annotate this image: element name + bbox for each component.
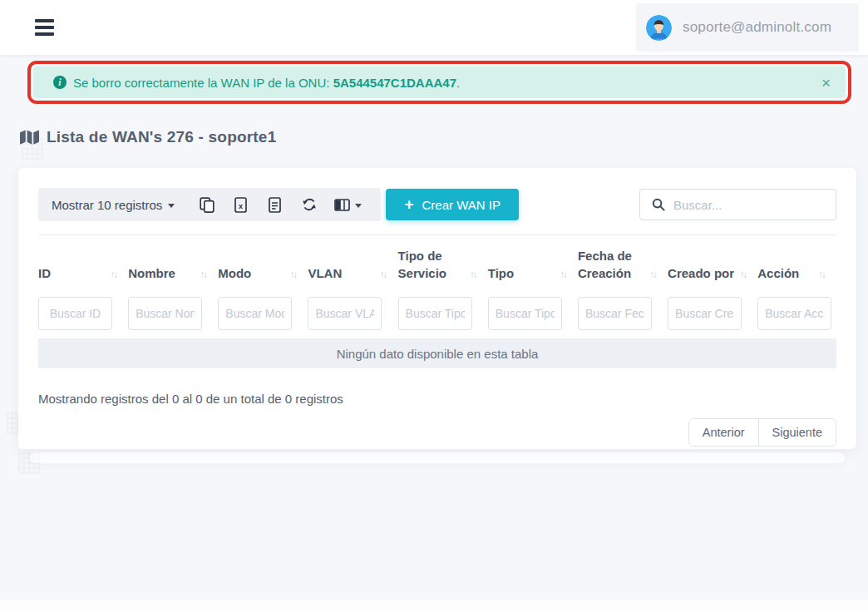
- filter-input-fecha-de-creacion[interactable]: [578, 297, 652, 330]
- column-header-fecha-de-creacion[interactable]: Fecha de Creación↑↓: [578, 247, 668, 282]
- top-navbar: soporte@adminolt.com: [0, 0, 868, 55]
- sort-icon[interactable]: ↑↓: [470, 269, 476, 282]
- svg-text:x: x: [239, 201, 243, 210]
- sort-icon[interactable]: ↑↓: [290, 269, 297, 282]
- table-search[interactable]: [639, 189, 836, 220]
- sort-icon[interactable]: ↑↓: [380, 269, 387, 282]
- pagination: Anterior Siguiente: [38, 418, 836, 447]
- table-toolbar: Mostrar 10 registros x: [38, 188, 836, 221]
- search-icon: [652, 198, 665, 211]
- menu-toggle-icon[interactable]: [35, 19, 54, 36]
- file-excel-icon: x: [234, 197, 247, 213]
- avatar: [646, 15, 672, 41]
- user-menu[interactable]: soporte@adminolt.com: [636, 3, 859, 52]
- user-email: soporte@adminolt.com: [683, 19, 831, 36]
- sort-icon[interactable]: ↑↓: [818, 269, 825, 282]
- search-input[interactable]: [673, 198, 827, 212]
- info-icon: i: [53, 76, 67, 89]
- plus-icon: +: [404, 196, 413, 212]
- column-header-tipo[interactable]: Tipo↑↓: [488, 264, 578, 282]
- chevron-down-icon: [355, 204, 362, 208]
- table-header-row: ID↑↓Nombre↑↓Modo↑↓VLAN↑↓Tipo de Servicio…: [38, 235, 836, 295]
- column-label: VLAN: [308, 264, 342, 282]
- refresh-icon: [302, 197, 317, 212]
- alert-message-text: Se borro correctamente la WAN IP de la O…: [73, 76, 333, 90]
- page-content: i Se borro correctamente la WAN IP de la…: [0, 55, 868, 612]
- export-file-button[interactable]: [258, 188, 292, 221]
- sort-icon[interactable]: ↑↓: [650, 269, 657, 282]
- refresh-button[interactable]: [292, 188, 326, 221]
- column-header-tipo-de-servicio[interactable]: Tipo de Servicio↑↓: [398, 247, 488, 282]
- close-icon[interactable]: ×: [821, 75, 831, 91]
- page-length-label: Mostrar 10 registros: [52, 198, 162, 212]
- card-shadow-decoration: [30, 452, 845, 463]
- table-columns-icon: [334, 199, 350, 211]
- wan-table: ID↑↓Nombre↑↓Modo↑↓VLAN↑↓Tipo de Servicio…: [38, 234, 836, 368]
- wan-list-card: Mostrar 10 registros x: [18, 168, 856, 449]
- filter-input-tipo[interactable]: [488, 297, 562, 330]
- table-tools-group: Mostrar 10 registros x: [38, 188, 381, 221]
- alert-message: Se borro correctamente la WAN IP de la O…: [73, 76, 460, 90]
- column-header-id[interactable]: ID↑↓: [38, 264, 128, 282]
- page-title-row: Lista de WAN's 276 - soporte1: [20, 128, 276, 146]
- column-label: ID: [38, 264, 51, 282]
- column-header-creado-por[interactable]: Creado por↑↓: [668, 264, 757, 282]
- column-label: Modo: [218, 264, 251, 282]
- column-label: Acción: [757, 264, 799, 282]
- column-header-vlan[interactable]: VLAN↑↓: [308, 264, 397, 282]
- previous-page-button[interactable]: Anterior: [689, 419, 759, 446]
- filter-input-tipo-de-servicio[interactable]: [398, 297, 472, 330]
- alert-onu-serial: 5A544547C1DAAA47: [333, 76, 456, 90]
- filter-input-id[interactable]: [38, 297, 112, 330]
- filter-input-modo[interactable]: [218, 297, 292, 330]
- column-label: Nombre: [128, 264, 175, 282]
- pagination-group: Anterior Siguiente: [688, 418, 836, 447]
- column-header-nombre[interactable]: Nombre↑↓: [128, 264, 218, 282]
- create-wan-ip-label: Crear WAN IP: [422, 198, 500, 212]
- filter-input-accion[interactable]: [757, 297, 831, 330]
- success-alert: i Se borro correctamente la WAN IP de la…: [33, 67, 846, 98]
- empty-table-message: Ningún dato disponible en esta tabla: [38, 338, 836, 368]
- column-header-modo[interactable]: Modo↑↓: [218, 264, 308, 282]
- filter-input-nombre[interactable]: [128, 297, 202, 330]
- file-text-icon: [269, 197, 281, 213]
- sort-icon[interactable]: ↑↓: [740, 269, 747, 282]
- alert-message-period: .: [456, 76, 460, 90]
- sort-icon[interactable]: ↑↓: [200, 269, 207, 282]
- column-visibility-button[interactable]: [326, 188, 369, 221]
- next-page-button[interactable]: Siguiente: [759, 419, 836, 446]
- create-wan-ip-button[interactable]: + Crear WAN IP: [386, 189, 519, 220]
- page-length-dropdown[interactable]: Mostrar 10 registros: [52, 198, 175, 212]
- column-header-accion[interactable]: Acción↑↓: [757, 264, 836, 282]
- table-info: Mostrando registros del 0 al 0 de un tot…: [38, 392, 836, 406]
- column-label: Tipo: [488, 264, 514, 282]
- copy-button[interactable]: [190, 188, 224, 221]
- page-title: Lista de WAN's 276 - soporte1: [47, 128, 276, 146]
- map-icon: [20, 130, 39, 145]
- column-label: Fecha de Creación: [578, 247, 650, 282]
- filter-input-creado-por[interactable]: [668, 297, 742, 330]
- sort-icon[interactable]: ↑↓: [111, 269, 117, 282]
- export-excel-button[interactable]: x: [224, 188, 258, 221]
- chevron-down-icon: [168, 204, 175, 208]
- copy-icon: [200, 197, 215, 213]
- sort-icon[interactable]: ↑↓: [560, 269, 566, 282]
- table-filter-row: [38, 297, 836, 330]
- column-label: Creado por: [668, 264, 734, 282]
- filter-input-vlan[interactable]: [308, 297, 382, 330]
- column-label: Tipo de Servicio: [398, 247, 471, 282]
